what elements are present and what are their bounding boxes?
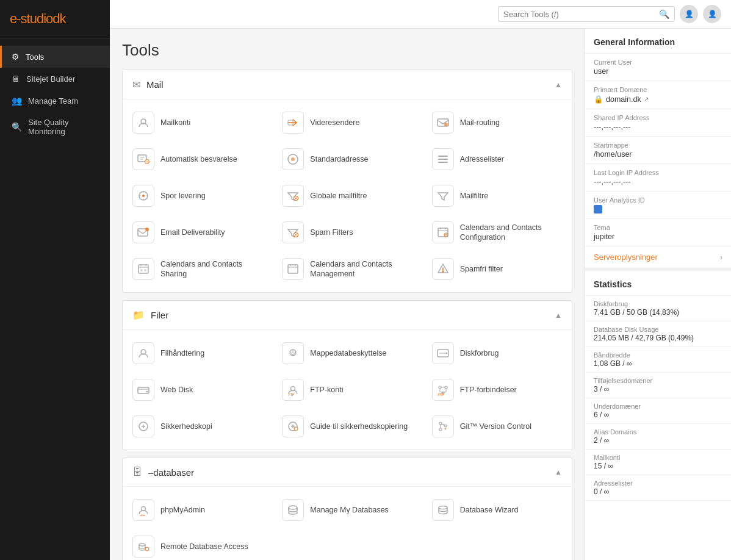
sidebar-item-site-quality[interactable]: 🔍 Site Quality Monitoring (0, 112, 110, 142)
filer-section-label: Filer (151, 310, 168, 320)
mail-toggle[interactable]: ▲ (555, 81, 562, 89)
tool-videresendere[interactable]: Videresendere (272, 104, 422, 141)
svg-point-48 (145, 547, 149, 551)
sidebar-item-manage-team[interactable]: 👥 Manage Team (0, 90, 110, 112)
analytics-id-box (594, 205, 602, 214)
info-panel: General Information Current User user Pr… (585, 29, 731, 560)
svg-point-46 (439, 506, 447, 509)
topbar: 🔍 👤 👤 (110, 0, 731, 29)
serveroplysninger-row[interactable]: Serveroplysninger › (585, 246, 731, 268)
databaser-toggle[interactable]: ▲ (555, 468, 562, 476)
section-filer-header[interactable]: 📁 Filer ▲ (123, 301, 572, 330)
user-avatar-2[interactable]: 👤 (703, 5, 721, 23)
mail-tools-grid: Mailkonti Videresendere Mail-routing (123, 99, 572, 292)
stats-title: Statistics (585, 268, 731, 296)
tool-database-wizard[interactable]: Database Wizard (422, 492, 572, 528)
external-link-icon[interactable]: ↗ (644, 96, 649, 102)
info-shared-ip: Shared IP Address ---,---,---,--- (585, 109, 731, 137)
tool-standardadresse[interactable]: Standardadresse (272, 141, 422, 178)
tool-ftp-forbindelser[interactable]: FTP FTP-forbindelser (422, 372, 572, 408)
tool-phpmyadmin[interactable]: php phpMyAdmin (123, 492, 272, 528)
quality-icon: 🔍 (12, 122, 22, 132)
tools-panel: Tools ✉ Mail ▲ Mailkonti (110, 29, 585, 560)
tool-calendars-management[interactable]: Calendars and Contacts Management (272, 251, 422, 287)
filer-toggle[interactable]: ▲ (555, 311, 562, 320)
tool-calendars-sharing[interactable]: Calendars and Contacts Sharing (123, 251, 272, 287)
info-primaert-domaene: Primært Domæne 🔒 domain.dk ↗ (585, 81, 731, 109)
svg-point-21 (144, 269, 146, 271)
svg-point-42 (444, 428, 446, 430)
tool-diskforbrug[interactable]: Diskforbrug (422, 335, 572, 372)
stat-baandbredde: Båndbredde 1,08 GB / ∞ (585, 347, 731, 373)
serveroplysninger-label: Serveroplysninger (594, 253, 658, 262)
tool-git-version-control[interactable]: Git™ Version Control (422, 408, 572, 445)
tool-adresselister[interactable]: Adresselister (422, 141, 572, 178)
svg-point-40 (439, 428, 442, 431)
sidebar-item-tools[interactable]: ⚙ Tools (0, 46, 110, 68)
tool-ftp-konti[interactable]: FTP FTP-konti (272, 372, 422, 408)
tool-spor-levering[interactable]: Spor levering (123, 178, 272, 214)
svg-point-23 (442, 271, 444, 273)
tool-sikkerhedskopi[interactable]: Sikkerhedskopi (123, 408, 272, 445)
svg-rect-19 (139, 265, 148, 273)
tool-spam-filters[interactable]: Spam Filters (272, 214, 422, 251)
svg-point-33 (445, 386, 447, 389)
user-avatar-1[interactable]: 👤 (680, 5, 698, 23)
svg-point-7 (291, 157, 295, 161)
svg-rect-22 (288, 265, 298, 273)
mail-section-label: Mail (146, 79, 164, 90)
tool-spamfri-filter[interactable]: Spamfri filter (422, 251, 572, 287)
logo: e-studiodk (0, 0, 110, 38)
info-tema: Tema jupiter (585, 219, 731, 246)
databaser-section-icon: 🗄 (132, 467, 142, 478)
section-filer: 📁 Filer ▲ Filhåndtering (122, 300, 572, 450)
tool-remote-database-access[interactable]: Remote Database Access (123, 528, 272, 560)
tool-guide-sikkerhedskopiering[interactable]: Guide til sikkerhedskopiering (272, 408, 422, 445)
databaser-section-label: –databaser (148, 467, 194, 478)
info-current-user: Current User user (585, 54, 731, 81)
tool-email-deliverability[interactable]: Email Deliverability (123, 214, 272, 251)
main-area: 🔍 👤 👤 Tools ✉ Mail ▲ (110, 0, 731, 560)
databaser-tools-grid: php phpMyAdmin Manage My Databases (123, 487, 572, 560)
svg-rect-9 (438, 159, 448, 160)
svg-point-27 (445, 353, 447, 354)
svg-rect-28 (138, 387, 149, 393)
section-databaser-header[interactable]: 🗄 –databaser ▲ (123, 458, 572, 487)
svg-point-15 (145, 228, 149, 231)
tool-mappedatabeskyttelse[interactable]: Mappedatabeskyttelse (272, 335, 422, 372)
stat-tilfoejelsesdomaener: Tilføjelsesdomæner 3 / ∞ (585, 373, 731, 398)
svg-text:FTP: FTP (438, 393, 444, 396)
info-last-login: Last Login IP Address ---,---,---,--- (585, 164, 731, 192)
sitejet-icon: 🖥 (12, 74, 20, 84)
mail-section-icon: ✉ (132, 79, 140, 90)
tool-mailkonti[interactable]: Mailkonti (123, 104, 272, 141)
stat-underdomaener: Underdomæner 6 / ∞ (585, 398, 731, 424)
tool-automatisk-besvarelse[interactable]: Automatisk besvarelse (123, 141, 272, 178)
tool-globale-mailfiltre[interactable]: Globale mailfiltre (272, 178, 422, 214)
tool-mailfiltre[interactable]: Mailfiltre (422, 178, 572, 214)
svg-text:FTP: FTP (289, 393, 295, 396)
tool-filhaandtering[interactable]: Filhåndtering (123, 335, 272, 372)
svg-point-5 (145, 160, 149, 164)
section-mail-header[interactable]: ✉ Mail ▲ (123, 70, 572, 99)
tool-manage-my-databases[interactable]: Manage My Databases (272, 492, 422, 528)
svg-rect-10 (438, 162, 448, 163)
svg-point-3 (444, 123, 448, 126)
section-mail: ✉ Mail ▲ Mailkonti (122, 70, 572, 293)
tool-calendars-contacts-config[interactable]: Calendars and Contacts Configuration (422, 214, 572, 251)
svg-rect-8 (438, 156, 448, 157)
tool-mail-routing[interactable]: Mail-routing (422, 104, 572, 141)
sidebar-item-sitejet[interactable]: 🖥 Sitejet Builder (0, 68, 110, 90)
section-databaser: 🗄 –databaser ▲ php phpMyAdmin (122, 458, 572, 560)
svg-point-12 (142, 195, 145, 197)
info-user-analytics-id: User Analytics ID (585, 192, 731, 219)
tool-web-disk[interactable]: Web Disk (123, 372, 272, 408)
stat-diskforbrug: Diskforbrug 7,41 GB / 50 GB (14,83%) (585, 296, 731, 321)
search-button[interactable]: 🔍 (659, 9, 669, 19)
search-bar[interactable]: 🔍 (498, 6, 675, 22)
filer-tools-grid: Filhåndtering Mappedatabeskyttelse Diskf… (123, 330, 572, 450)
svg-point-29 (146, 391, 148, 393)
search-input[interactable] (503, 10, 659, 19)
svg-text:php: php (140, 514, 145, 516)
stat-database-disk: Database Disk Usage 214,05 MB / 42,79 GB… (585, 321, 731, 347)
